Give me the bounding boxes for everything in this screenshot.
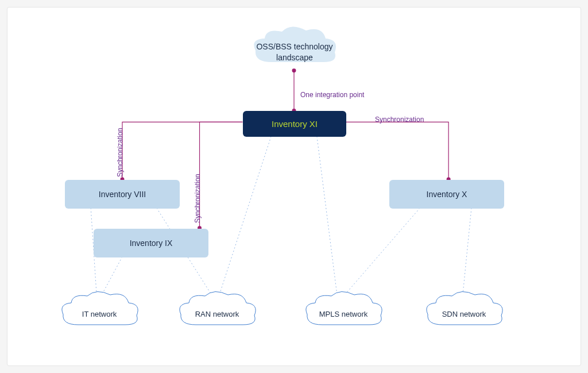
node-inventory-xi: Inventory XI bbox=[243, 111, 346, 137]
label-sync-inv9: Synchronization bbox=[194, 174, 202, 223]
cloud-it-label: IT network bbox=[82, 305, 117, 320]
edge-inv9-to-it bbox=[102, 257, 122, 294]
node-inventory-ix: Inventory IX bbox=[94, 229, 208, 257]
cloud-ran-network: RAN network bbox=[174, 289, 260, 335]
cloud-it-network: IT network bbox=[56, 289, 142, 335]
cloud-mpls-network: MPLS network bbox=[300, 289, 386, 335]
label-sync-inv8: Synchronization bbox=[116, 128, 124, 177]
node-inventory-ix-label: Inventory IX bbox=[130, 239, 173, 248]
cloud-ran-label: RAN network bbox=[195, 305, 239, 320]
cloud-mpls-label: MPLS network bbox=[319, 305, 368, 320]
edge-inv10-to-mpls bbox=[346, 208, 420, 294]
edge-main-to-inv9 bbox=[200, 122, 243, 228]
diagram-canvas: OSS/BSS technologylandscape Inventory XI… bbox=[7, 7, 581, 366]
edge-main-to-inv10 bbox=[346, 122, 448, 179]
node-inventory-viii: Inventory VIII bbox=[65, 180, 180, 209]
edge-main-to-mpls bbox=[317, 136, 337, 294]
edge-main-to-ran bbox=[219, 136, 271, 294]
node-inventory-x-label: Inventory X bbox=[427, 190, 467, 199]
edge-inv10-to-sdn bbox=[463, 208, 471, 294]
cloud-sdn-label: SDN network bbox=[442, 305, 486, 320]
label-one-integration: One integration point bbox=[300, 91, 364, 99]
cloud-oss-bss: OSS/BSS technologylandscape bbox=[249, 25, 341, 74]
node-inventory-xi-label: Inventory XI bbox=[272, 119, 318, 129]
cloud-sdn-network: SDN network bbox=[421, 289, 507, 335]
edge-main-to-inv8 bbox=[122, 122, 242, 179]
node-inventory-viii-label: Inventory VIII bbox=[99, 190, 146, 199]
node-inventory-x: Inventory X bbox=[389, 180, 504, 209]
label-sync-inv10: Synchronization bbox=[375, 116, 424, 124]
cloud-oss-bss-label: OSS/BSS technologylandscape bbox=[256, 36, 332, 62]
